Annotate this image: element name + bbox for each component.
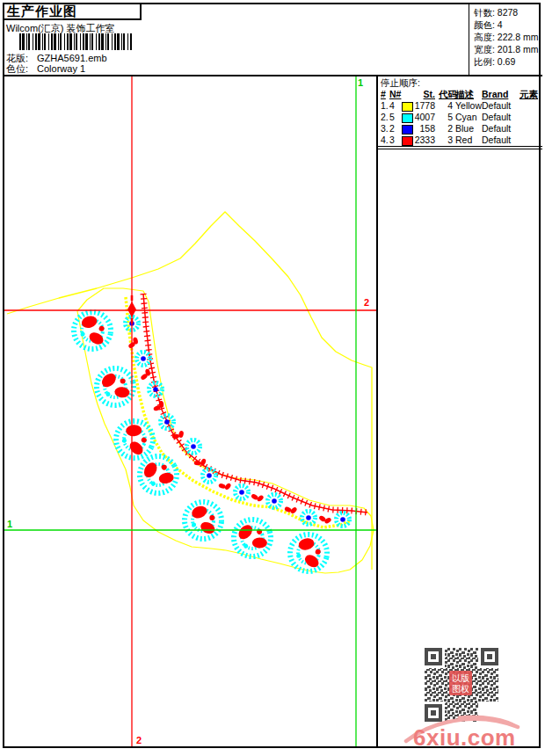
colorway-label: 色位: bbox=[6, 62, 34, 76]
stop-sequence-box-bottom bbox=[376, 146, 542, 147]
height-value: 222.8 mm bbox=[498, 32, 539, 42]
thread-color-swatch bbox=[402, 113, 413, 123]
color-count-value: 4 bbox=[498, 19, 503, 30]
row-description: Cyan bbox=[455, 112, 477, 123]
stop-sequence-row: 4. 3 2333 3 Red Default bbox=[381, 134, 541, 146]
row-stitches: 1778 bbox=[414, 100, 435, 112]
width-label: 宽度: bbox=[474, 44, 495, 55]
scale-row: 比例: 0.69 bbox=[474, 55, 542, 68]
stop-sequence-title: 停止顺序: bbox=[381, 77, 541, 89]
row-stitches: 158 bbox=[414, 123, 435, 134]
scale-value: 0.69 bbox=[498, 56, 515, 67]
row-seq: 3. bbox=[381, 123, 389, 134]
row-needle: 4 bbox=[389, 100, 395, 112]
lower-box-top bbox=[376, 149, 542, 149]
height-label: 高度: bbox=[474, 32, 495, 42]
header-needle: N# bbox=[389, 89, 401, 100]
row-brand: Default bbox=[482, 100, 511, 112]
height-row: 高度: 222.8 mm bbox=[474, 31, 542, 43]
colorway-value: Colorway 1 bbox=[37, 63, 85, 74]
row-brand: Default bbox=[482, 123, 511, 134]
stitch-count-row: 针数: 8278 bbox=[474, 6, 542, 18]
row-code: 4 bbox=[439, 100, 453, 112]
stitch-count-label: 针数: bbox=[474, 7, 495, 18]
thread-color-swatch bbox=[402, 102, 413, 112]
header-brand: Brand bbox=[482, 89, 508, 100]
row-code: 2 bbox=[439, 123, 453, 134]
header-element: 元素 bbox=[520, 89, 538, 100]
row-seq: 2. bbox=[381, 112, 389, 123]
stop-sequence-row: 1. 4 1778 4 Yellow Default bbox=[381, 100, 541, 112]
row-needle: 2 bbox=[389, 123, 395, 134]
right-column-divider bbox=[376, 75, 378, 748]
production-worksheet: 1 2 1 2 以版 图权 6xiu.com bbox=[0, 0, 545, 756]
row-needle: 3 bbox=[389, 134, 395, 146]
thread-color-swatch bbox=[402, 125, 413, 134]
thread-color-swatch bbox=[402, 136, 413, 146]
width-row: 宽度: 201.8 mm bbox=[474, 43, 542, 55]
stitch-count-value: 8278 bbox=[498, 7, 518, 18]
row-needle: 5 bbox=[389, 112, 395, 123]
row-stitches: 4007 bbox=[414, 112, 435, 123]
page-title: 生产作业图 bbox=[7, 4, 77, 20]
color-count-label: 颜色: bbox=[474, 19, 495, 30]
header-stitches: St. bbox=[414, 89, 435, 100]
header-description: 描述 bbox=[455, 89, 474, 100]
design-info-box: 针数: 8278 颜色: 4 高度: 222.8 mm 宽度: 201.8 mm… bbox=[469, 3, 542, 75]
row-seq: 1. bbox=[381, 100, 389, 112]
row-seq: 4. bbox=[381, 134, 389, 146]
header-code: 代码 bbox=[439, 89, 453, 100]
stop-sequence-row: 3. 2 158 2 Blue Default bbox=[381, 123, 541, 134]
header-seq: # bbox=[381, 89, 386, 100]
stop-sequence-table: 停止顺序: # N# St. 代码 描述 Brand 元素 1. 4 1778 … bbox=[381, 77, 541, 146]
row-brand: Default bbox=[482, 134, 511, 146]
stop-sequence-row: 2. 5 4007 5 Cyan Default bbox=[381, 112, 541, 123]
colorway-line: 色位: Colorway 1 bbox=[6, 62, 85, 76]
color-count-row: 颜色: 4 bbox=[474, 18, 542, 31]
row-description: Yellow bbox=[455, 100, 482, 112]
stop-sequence-header-row: # N# St. 代码 描述 Brand 元素 bbox=[381, 89, 541, 100]
row-code: 3 bbox=[439, 134, 453, 146]
row-brand: Default bbox=[482, 112, 511, 123]
row-stitches: 2333 bbox=[414, 134, 435, 146]
scale-label: 比例: bbox=[474, 56, 495, 67]
row-code: 5 bbox=[439, 112, 453, 123]
row-description: Blue bbox=[455, 123, 474, 134]
width-value: 201.8 mm bbox=[498, 44, 539, 55]
row-description: Red bbox=[455, 134, 472, 146]
design-barcode bbox=[19, 33, 132, 50]
